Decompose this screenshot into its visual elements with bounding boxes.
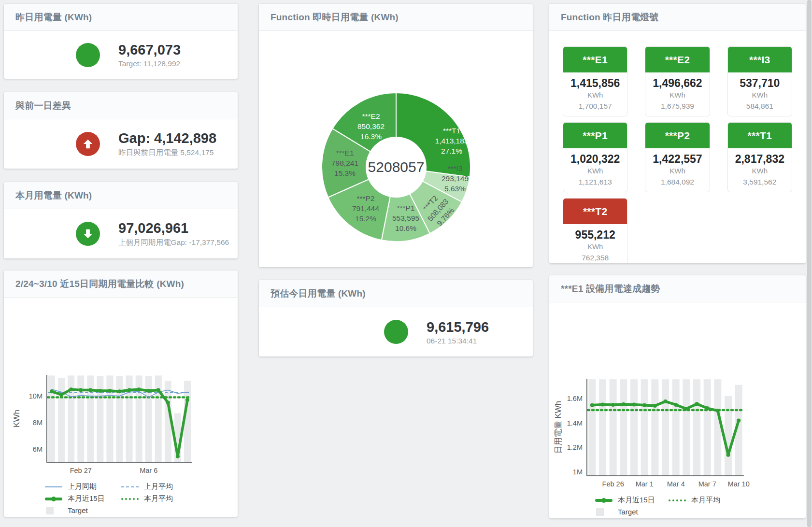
tile-value: 537,710 — [728, 77, 792, 89]
stat-value: 97,026,961 — [118, 220, 229, 236]
gray-square-swatch — [46, 507, 54, 514]
card-yesterday-usage: 昨日用電量 (KWh) 9,667,073 Target: 11,128,992 — [4, 4, 238, 79]
svg-text:Mar 6: Mar 6 — [140, 467, 157, 474]
tile-header: ***T2 — [563, 199, 627, 224]
svg-text:Mar 7: Mar 7 — [698, 480, 716, 488]
tile-value: 1,422,557 — [645, 153, 709, 165]
tile-P1: ***P1 1,020,322 KWh 1,121,613 — [563, 122, 627, 192]
tile-value: 1,020,322 — [563, 153, 627, 165]
card-header: 2/24~3/10 近15日同期用電量比較 (KWh) — [4, 271, 238, 298]
stat-text: 9,615,796 06-21 15:34:41 — [427, 319, 489, 345]
status-circle-green — [384, 320, 408, 344]
stat-value: Gap: 4,142,898 — [118, 130, 216, 146]
legend-item-last-month-avg[interactable]: 上月平均 — [121, 482, 238, 491]
tile-value: 2,817,832 — [728, 153, 792, 165]
card-header: ***E1 設備用電達成趨勢 — [549, 275, 806, 302]
arrow-down-icon — [76, 222, 100, 246]
card-day-gap: 與前一日差異 Gap: 4,142,898 昨日與前日用電量 5,524,175 — [4, 92, 238, 169]
trend-legend: 本月近15日 本月平均 Target — [595, 496, 806, 516]
legend-item-target[interactable]: Target — [595, 508, 669, 516]
tile-unit: KWh — [645, 89, 709, 100]
svg-text:1.2M: 1.2M — [567, 443, 583, 451]
tile-target: 762,358 — [563, 252, 627, 263]
stat-subtext: 上個月同期用電Gap: -17,377,566 — [118, 238, 229, 248]
stat-body: 9,615,796 06-21 15:34:41 — [259, 307, 533, 356]
tile-grid: ***E1 1,415,856 KWh 1,700,157 ***E2 1,49… — [549, 31, 806, 263]
compare-legend: 上月同期 上月平均 本月近15日 本月平均 Target — [45, 482, 238, 514]
legend-label: 上月平均 — [144, 482, 173, 491]
tile-header: ***T1 — [728, 123, 792, 148]
tile-target: 1,121,613 — [563, 176, 627, 192]
tile-value: 1,496,662 — [645, 77, 709, 89]
tile-target: 1,684,092 — [645, 176, 709, 192]
svg-text:6M: 6M — [33, 445, 43, 453]
tile-unit: KWh — [563, 165, 627, 176]
stat-subtext: Target: 11,128,992 — [118, 59, 181, 68]
green-line-swatch — [45, 498, 62, 500]
card-title: Function 昨日用電燈號 — [561, 11, 658, 24]
legend-item-this-month-avg[interactable]: 本月平均 — [669, 496, 806, 505]
legend-item-target[interactable]: Target — [45, 506, 121, 514]
card-title: 本月用電量 (KWh) — [15, 189, 92, 202]
card-realtime-donut: Function 即時日用電量 (KWh) ***T11,413,18327.1… — [259, 4, 533, 267]
tile-I3: ***I3 537,710 KWh 584,861 — [727, 46, 792, 116]
legend-label: 本月平均 — [144, 494, 173, 503]
tile-header: ***E1 — [563, 47, 627, 72]
tile-unit: KWh — [645, 165, 709, 176]
scrollbar-track — [807, 0, 812, 527]
green-line-swatch — [595, 499, 613, 502]
stat-subtext: 昨日與前日用電量 5,524,175 — [118, 148, 216, 158]
svg-text:日用電量 KWh: 日用電量 KWh — [554, 401, 563, 454]
svg-text:KWh: KWh — [12, 410, 21, 427]
legend-label: 本月近15日 — [68, 494, 105, 503]
tile-T1: ***T1 2,817,832 KWh 3,591,562 — [727, 122, 792, 192]
legend-item-last-month[interactable]: 上月同期 — [45, 482, 121, 491]
compare-line-chart: 6M8M10MFeb 27Mar 6KWh — [4, 298, 238, 477]
stat-body: Gap: 4,142,898 昨日與前日用電量 5,524,175 — [4, 119, 238, 169]
tile-unit: KWh — [728, 165, 792, 176]
card-title: 2/24~3/10 近15日同期用電量比較 (KWh) — [15, 278, 184, 290]
trend-line-chart: 1M1.2M1.4M1.6MFeb 26Mar 1Mar 4Mar 7Mar 1… — [549, 302, 806, 491]
card-15day-compare-chart: 2/24~3/10 近15日同期用電量比較 (KWh) 6M8M10MFeb 2… — [4, 271, 238, 517]
green-dot-swatch — [669, 499, 686, 501]
legend-label: Target — [618, 508, 638, 516]
stat-text: 9,667,073 Target: 11,128,992 — [118, 42, 181, 68]
tile-unit: KWh — [728, 89, 792, 100]
stat-text: 97,026,961 上個月同期用電Gap: -17,377,566 — [118, 220, 229, 248]
legend-item-this-month[interactable]: 本月近15日 — [45, 494, 121, 503]
legend-item-this-month[interactable]: 本月近15日 — [595, 496, 669, 505]
card-title: Function 即時日用電量 (KWh) — [271, 11, 399, 24]
svg-text:Feb 26: Feb 26 — [602, 480, 624, 488]
tile-unit: KWh — [563, 89, 627, 100]
tile-header: ***I3 — [728, 47, 792, 72]
legend-item-this-month-avg[interactable]: 本月平均 — [121, 494, 238, 503]
tile-value: 955,212 — [563, 228, 627, 241]
tile-unit: KWh — [563, 241, 627, 252]
svg-text:10M: 10M — [29, 392, 43, 400]
legend-label: 本月近15日 — [618, 496, 655, 505]
card-header: 本月用電量 (KWh) — [4, 182, 238, 209]
scrollbar-thumb[interactable] — [807, 0, 812, 527]
tile-header: ***P1 — [563, 123, 627, 148]
card-header: Function 昨日用電燈號 — [549, 4, 806, 31]
card-title: ***E1 設備用電達成趨勢 — [561, 283, 660, 295]
gray-square-swatch — [596, 508, 604, 516]
svg-text:Mar 4: Mar 4 — [667, 480, 685, 488]
legend-label: 上月同期 — [68, 482, 97, 491]
tile-T2: ***T2 955,212 KWh 762,358 — [563, 198, 627, 263]
stat-body: 97,026,961 上個月同期用電Gap: -17,377,566 — [4, 209, 238, 258]
tile-header: ***E2 — [645, 47, 709, 72]
legend-label: Target — [68, 506, 88, 514]
svg-text:1.6M: 1.6M — [567, 395, 583, 402]
stat-value: 9,615,796 — [427, 319, 489, 335]
blue-dash-swatch — [121, 486, 139, 487]
blue-line-swatch — [45, 486, 62, 487]
card-header: 昨日用電量 (KWh) — [4, 4, 238, 31]
tile-target: 3,591,562 — [728, 176, 792, 192]
card-header: Function 即時日用電量 (KWh) — [259, 4, 533, 31]
card-header: 與前一日差異 — [4, 92, 238, 119]
legend-label: 本月平均 — [691, 496, 720, 505]
card-title: 昨日用電量 (KWh) — [15, 11, 92, 24]
svg-text:8M: 8M — [33, 419, 43, 427]
card-yesterday-lights: Function 昨日用電燈號 ***E1 1,415,856 KWh 1,70… — [549, 4, 806, 263]
